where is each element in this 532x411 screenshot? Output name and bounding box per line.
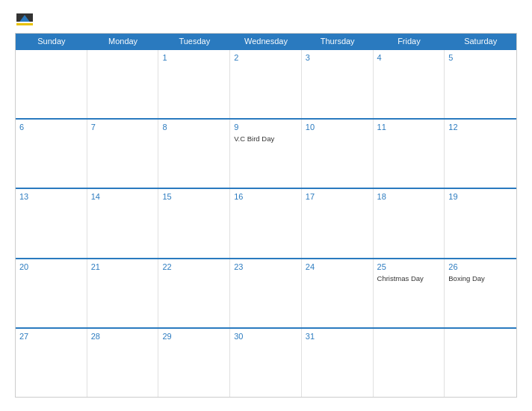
day-number: 17 <box>306 192 369 201</box>
day-cell: 25Christmas Day <box>374 259 445 327</box>
day-number: 20 <box>19 262 83 271</box>
holiday-label: Boxing Day <box>448 274 513 283</box>
day-cell: 8 <box>158 120 230 188</box>
day-number: 9 <box>234 123 297 132</box>
calendar-grid: SundayMondayTuesdayWednesdayThursdayFrid… <box>15 33 517 398</box>
day-number: 22 <box>162 262 226 271</box>
day-cell: 24 <box>302 259 374 327</box>
week-row-3: 13141516171819 <box>16 188 516 257</box>
day-cell: 4 <box>374 50 445 118</box>
day-cell: 14 <box>87 189 159 257</box>
day-number: 12 <box>448 123 513 132</box>
day-cell: 6 <box>16 120 87 188</box>
day-number: 16 <box>234 192 297 201</box>
day-number: 21 <box>91 262 155 271</box>
day-cell: 20 <box>16 259 87 327</box>
day-number: 23 <box>234 262 297 271</box>
day-cell: 28 <box>87 329 159 397</box>
day-cell: 15 <box>158 189 230 257</box>
header <box>15 13 517 25</box>
day-header-monday: Monday <box>87 34 159 49</box>
day-number: 4 <box>377 53 441 62</box>
day-cell: 31 <box>302 329 374 397</box>
day-cell: 13 <box>16 189 87 257</box>
day-number: 30 <box>234 332 297 341</box>
day-cell: 12 <box>445 120 516 188</box>
day-cell <box>87 50 159 118</box>
day-cell: 22 <box>158 259 230 327</box>
day-number: 2 <box>234 53 297 62</box>
week-row-5: 2728293031 <box>16 327 516 397</box>
holiday-label: Christmas Day <box>377 274 441 283</box>
day-number: 10 <box>306 123 369 132</box>
logo <box>15 13 33 25</box>
day-cell: 16 <box>230 189 302 257</box>
week-row-2: 6789V.C Bird Day101112 <box>16 118 516 188</box>
day-cell: 2 <box>230 50 302 118</box>
day-cell: 27 <box>16 329 87 397</box>
day-number: 8 <box>162 123 226 132</box>
weeks-container: 123456789V.C Bird Day1011121314151617181… <box>16 49 516 397</box>
day-number: 14 <box>91 192 155 201</box>
day-cell: 11 <box>374 120 445 188</box>
day-cell: 18 <box>374 189 445 257</box>
day-cell: 19 <box>445 189 516 257</box>
day-number: 31 <box>306 332 369 341</box>
day-number: 29 <box>162 332 226 341</box>
day-cell <box>445 329 516 397</box>
day-cell: 10 <box>302 120 374 188</box>
day-number: 19 <box>448 192 513 201</box>
day-header-sunday: Sunday <box>16 34 87 49</box>
holiday-label: V.C Bird Day <box>234 135 297 143</box>
day-header-saturday: Saturday <box>445 34 516 49</box>
day-cell: 21 <box>87 259 159 327</box>
day-cell <box>16 50 87 118</box>
day-number: 27 <box>19 332 83 341</box>
day-number: 7 <box>91 123 155 132</box>
day-number: 24 <box>306 262 369 271</box>
day-cell: 3 <box>302 50 374 118</box>
day-header-friday: Friday <box>374 34 445 49</box>
day-cell: 30 <box>230 329 302 397</box>
day-cell: 1 <box>158 50 230 118</box>
day-number: 15 <box>162 192 226 201</box>
day-number: 1 <box>162 53 226 62</box>
day-headers-row: SundayMondayTuesdayWednesdayThursdayFrid… <box>16 34 516 49</box>
day-number: 5 <box>448 53 513 62</box>
logo-flag-icon <box>16 13 33 25</box>
day-cell: 23 <box>230 259 302 327</box>
day-number: 13 <box>19 192 83 201</box>
day-number: 25 <box>377 262 441 271</box>
day-number: 3 <box>306 53 369 62</box>
svg-rect-3 <box>16 23 33 25</box>
day-cell: 5 <box>445 50 516 118</box>
day-number: 28 <box>91 332 155 341</box>
day-number: 18 <box>377 192 441 201</box>
day-cell: 9V.C Bird Day <box>230 120 302 188</box>
day-number: 11 <box>377 123 441 132</box>
day-header-wednesday: Wednesday <box>230 34 302 49</box>
day-cell: 26Boxing Day <box>445 259 516 327</box>
day-cell: 29 <box>158 329 230 397</box>
week-row-1: 12345 <box>16 49 516 118</box>
svg-rect-2 <box>16 22 33 23</box>
day-number: 6 <box>19 123 83 132</box>
day-cell: 7 <box>87 120 159 188</box>
week-row-4: 202122232425Christmas Day26Boxing Day <box>16 258 516 327</box>
day-header-thursday: Thursday <box>302 34 374 49</box>
day-cell <box>374 329 445 397</box>
day-cell: 17 <box>302 189 374 257</box>
calendar-page: SundayMondayTuesdayWednesdayThursdayFrid… <box>0 0 532 411</box>
day-header-tuesday: Tuesday <box>158 34 230 49</box>
day-number: 26 <box>448 262 513 271</box>
